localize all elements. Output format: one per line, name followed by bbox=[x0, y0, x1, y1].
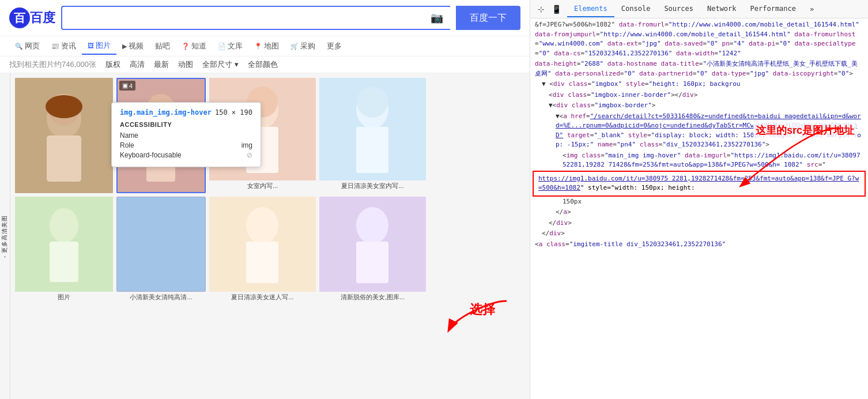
tag-div-inner-close: div bbox=[682, 91, 694, 99]
attr-val-fromurlhost: "www.win4000.com" bbox=[539, 40, 604, 47]
image-label-r2c4: 清新脱俗的美女,图库... bbox=[319, 292, 426, 303]
nav-item-images[interactable]: 🖼 图片 bbox=[82, 37, 116, 55]
filter-size[interactable]: 全部尺寸 ▾ bbox=[202, 59, 239, 70]
attr-width: data-width bbox=[676, 50, 714, 57]
select-annotation: 选择 bbox=[470, 301, 495, 318]
attr-style-imgbox: style bbox=[626, 80, 645, 88]
code-line-4: <div class="imgbox-inner-border"></div> bbox=[530, 90, 868, 101]
nav-icon-news: 📰 bbox=[51, 43, 59, 50]
image-label-r1c3: 女室内写... bbox=[209, 180, 316, 191]
attr-val-class-imgitem: "imgitem-title div_1520323461,2352270136… bbox=[569, 240, 726, 248]
nav-item-tieba[interactable]: 贴吧 bbox=[149, 38, 176, 54]
nav-item-news[interactable]: 📰 资讯 bbox=[46, 38, 82, 54]
attr-cs: data-cs bbox=[554, 50, 580, 57]
nav-item-purchase[interactable]: 🛒 采购 bbox=[285, 38, 321, 54]
image-item-r1c1[interactable] bbox=[15, 78, 113, 193]
attr-val-type: "jpg" bbox=[750, 70, 769, 77]
browser-window: 百 百度 美女 📷 百度一下 🔍 网页 📰 资讯 bbox=[0, 0, 868, 399]
nav-label-video: 视频 bbox=[129, 41, 144, 51]
sidebar-label: - 更多高清美图 bbox=[1, 214, 9, 257]
devtools-device-icon[interactable]: 📱 bbox=[550, 3, 563, 16]
search-input[interactable]: 美女 bbox=[69, 13, 426, 23]
nav-icon-purchase: 🛒 bbox=[290, 43, 299, 50]
nav-item-wenku[interactable]: 📄 文库 bbox=[212, 38, 248, 54]
image-label-r2c2: 小清新美女清纯高清... bbox=[116, 292, 206, 303]
tab-more[interactable]: » bbox=[803, 2, 821, 17]
image-item-r2c3[interactable]: 夏日清凉美女迷人写... bbox=[209, 197, 316, 303]
code-line-8: 150px bbox=[530, 197, 868, 208]
search-box[interactable]: 美女 📷 bbox=[61, 6, 450, 30]
attr-val-class-a: "div_1520323461,2352270136" bbox=[662, 141, 765, 148]
nav-item-zhidao[interactable]: ❓ 知道 bbox=[176, 38, 212, 54]
attr-class-a: class bbox=[640, 141, 659, 148]
svg-rect-2 bbox=[47, 135, 81, 182]
filter-copyright[interactable]: 版权 bbox=[105, 59, 120, 70]
attr-val-fromurl: "http://www.win4000.com/mobile_detail_16… bbox=[669, 21, 859, 28]
devtools-panel: ⊹ 📱 Elements Console Sources Network Per… bbox=[530, 0, 868, 399]
attr-val-cs: "1520323461,2352270136" bbox=[584, 50, 672, 57]
attr-val-target: "_blank" bbox=[594, 131, 624, 139]
tab-console[interactable]: Console bbox=[614, 1, 658, 17]
nav-label-images: 图片 bbox=[96, 40, 111, 51]
attr-pn: pn bbox=[722, 40, 730, 47]
nav-icon-video: ▶ bbox=[122, 43, 127, 50]
attr-val-pn: "4" bbox=[733, 40, 745, 47]
tooltip-element-name: img.main_img.img-hover 150 × 190 bbox=[120, 108, 252, 116]
tab-network[interactable]: Network bbox=[700, 1, 744, 17]
attr-personalized: data-personalized bbox=[555, 70, 620, 77]
attr-height: data-height bbox=[535, 60, 577, 67]
filter-bar: 找到相关图片约746,000张 版权 高清 最新 动图 全部尺寸 ▾ 全部颜色 bbox=[0, 57, 530, 73]
nav-item-more[interactable]: 更多 bbox=[321, 38, 348, 54]
nav-label-purchase: 采购 bbox=[300, 41, 315, 51]
attr-val-partnerid: "0" bbox=[696, 70, 708, 77]
code-text-1: &f=JPEG?w=500&h=1082" bbox=[535, 21, 619, 28]
nav-item-video[interactable]: ▶ 视频 bbox=[116, 38, 149, 54]
image-grid-main: ▣ 4 bbox=[10, 73, 530, 399]
search-button[interactable]: 百度一下 bbox=[456, 6, 520, 30]
filter-gif[interactable]: 动图 bbox=[178, 59, 193, 70]
tag-div-inner: div bbox=[553, 91, 564, 99]
attr-hostname: data-hostname bbox=[607, 60, 657, 67]
code-line-1: &f=JPEG?w=500&h=1082" data-fromurl="http… bbox=[530, 20, 868, 59]
filter-hd[interactable]: 高清 bbox=[130, 59, 145, 70]
baidu-nav: 🔍 网页 📰 资讯 🖼 图片 ▶ 视频 贴吧 bbox=[0, 36, 530, 57]
attr-val-datapi: "0" bbox=[779, 40, 791, 47]
tag-img: img bbox=[567, 152, 578, 159]
camera-icon[interactable]: 📷 bbox=[431, 12, 443, 24]
attr-val-class-inner: "imgbox-inner-border" bbox=[591, 91, 671, 99]
tab-elements[interactable]: Elements bbox=[567, 1, 614, 17]
code-line-src-url[interactable]: https://img1.baidu.com/it/u=380975 2281,… bbox=[533, 171, 866, 197]
tooltip-row-keyboard: Keyboard-focusable ⊘ bbox=[120, 151, 252, 159]
image-item-r1c4[interactable]: 夏日清凉美女室内写... bbox=[319, 78, 426, 193]
nav-item-webpage[interactable]: 🔍 网页 bbox=[9, 38, 46, 54]
filter-color[interactable]: 全部颜色 bbox=[248, 59, 278, 70]
devtools-cursor-icon[interactable]: ⊹ bbox=[535, 3, 548, 16]
attr-val-name-a: "pn4" bbox=[617, 141, 636, 148]
nav-label-zhidao: 知道 bbox=[191, 41, 206, 51]
attr-val-width: "1242" bbox=[718, 50, 741, 57]
tooltip-accessibility-title: ACCESSIBILITY bbox=[120, 121, 252, 128]
code-line-11: </div> bbox=[530, 228, 868, 239]
tab-sources[interactable]: Sources bbox=[657, 1, 700, 17]
tag-div-close: div bbox=[556, 219, 568, 227]
logo-icon: 百 bbox=[9, 7, 30, 28]
image-item-r2c2[interactable]: 小清新美女清纯高清... bbox=[116, 197, 206, 303]
image-item-r2c1[interactable]: 图片 bbox=[15, 197, 113, 303]
image-item-r2c4[interactable]: 清新脱俗的美女,图库... bbox=[319, 197, 426, 303]
code-line-5: ▼<div class="imgbox-border"> bbox=[530, 100, 868, 111]
badge-count: 4 bbox=[129, 82, 133, 89]
attr-target: target bbox=[567, 131, 590, 139]
devtools-content: &f=JPEG?w=500&h=1082" data-fromurl="http… bbox=[530, 18, 868, 399]
tab-performance[interactable]: Performance bbox=[744, 1, 803, 17]
attr-partnerid: data-partnerid bbox=[639, 70, 693, 77]
nav-item-map[interactable]: 📍 地图 bbox=[248, 38, 285, 54]
nav-icon-images: 🖼 bbox=[88, 42, 94, 49]
svg-point-4 bbox=[46, 95, 82, 118]
attr-iscopyright: data-iscopyright bbox=[773, 70, 834, 77]
attr-ext: data-ext bbox=[607, 40, 638, 47]
filter-latest[interactable]: 最新 bbox=[154, 59, 169, 70]
attr-name-a: name bbox=[598, 141, 613, 148]
tooltip-row-name: Name bbox=[120, 131, 252, 140]
accessibility-tooltip: img.main_img.img-hover 150 × 190 ACCESSI… bbox=[111, 102, 261, 167]
nav-label-news: 资讯 bbox=[61, 41, 76, 51]
